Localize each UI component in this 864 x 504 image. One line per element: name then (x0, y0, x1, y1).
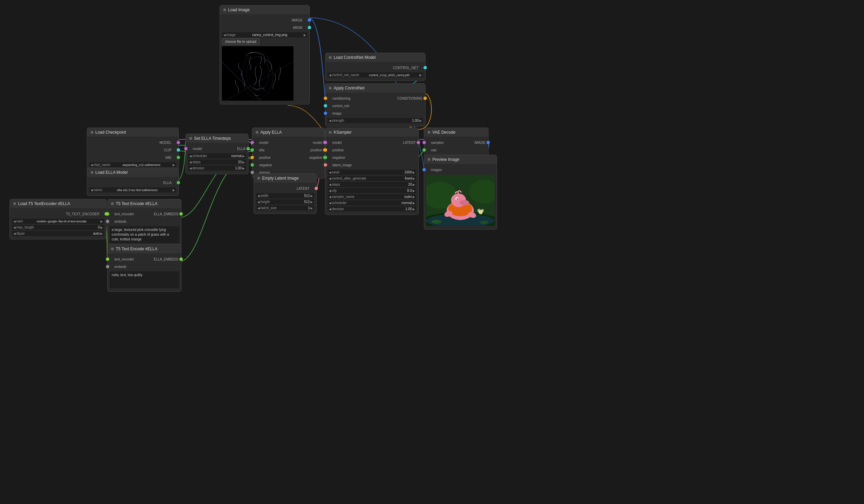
field-left-arrow[interactable]: ◀ (329, 119, 331, 122)
seed-field[interactable]: ◀ seed 1000 ▶ (327, 170, 416, 175)
negative-input-port[interactable] (324, 156, 327, 159)
sigmas-input-port[interactable] (251, 171, 254, 174)
field-right-arrow[interactable]: ▶ (412, 189, 415, 193)
ella-name-field[interactable]: ◀ name ella-sd1.5-tsc-t5xl.safetensors ▶ (89, 187, 176, 193)
field-left-arrow[interactable]: ◀ (329, 195, 331, 199)
vae-output-port[interactable] (177, 156, 180, 159)
field-left-arrow[interactable]: ◀ (329, 207, 331, 211)
choose-file-button[interactable]: choose file to upload (222, 38, 260, 45)
ella-output-port[interactable] (177, 181, 180, 184)
dtype-field[interactable]: ◀ dtype auto ▶ (12, 231, 104, 236)
field-left-arrow[interactable]: ◀ (223, 33, 226, 37)
embeds-port[interactable] (106, 220, 109, 223)
samples-input-port[interactable] (422, 141, 426, 144)
negative-input-port[interactable] (251, 163, 254, 167)
field-right-arrow[interactable]: ▶ (304, 33, 306, 37)
field-left-arrow[interactable]: ◀ (257, 206, 260, 210)
controlnet-name-field[interactable]: ◀ control_net_name control_v11p_sd15_can… (327, 72, 423, 77)
field-left-arrow[interactable]: ◀ (257, 200, 260, 204)
field-left-arrow[interactable]: ◀ (91, 163, 93, 167)
latent-output-port[interactable] (314, 187, 318, 190)
positive-input-port[interactable] (324, 148, 327, 152)
image-input-port[interactable] (324, 112, 327, 115)
conditioning-output-port[interactable] (423, 97, 427, 100)
positive-input-port[interactable] (251, 156, 254, 159)
text-encoder-input-port[interactable] (106, 257, 109, 261)
embeds-port[interactable] (106, 265, 109, 268)
field-right-arrow[interactable]: ▶ (412, 195, 415, 199)
strength-field[interactable]: ◀ strength 1.00 ▶ (327, 118, 423, 123)
field-right-arrow[interactable]: ▶ (412, 171, 415, 174)
nam-field[interactable]: ◀ nam models--google--flan-t5-xl-text-en… (12, 219, 104, 224)
field-left-arrow[interactable]: ◀ (13, 220, 16, 223)
mask-output-port[interactable] (308, 26, 311, 29)
scheduler-field[interactable]: ◀ scheduler normal ▶ (188, 153, 246, 159)
field-right-arrow[interactable]: ▶ (419, 119, 422, 122)
positive-prompt-text[interactable]: a large, textured pink crocodile lying c… (110, 226, 179, 243)
model-input-port[interactable] (184, 147, 188, 150)
model-output-port[interactable] (177, 141, 180, 144)
field-left-arrow[interactable]: ◀ (329, 73, 331, 77)
field-left-arrow[interactable]: ◀ (13, 232, 16, 235)
node-graph-canvas[interactable]: Load Image IMAGE MASK ◀ image canny_cont… (0, 0, 864, 504)
field-right-arrow[interactable]: ▶ (242, 155, 245, 158)
control-after-gen-field[interactable]: ◀ control_after_generate fixed ▶ (327, 176, 416, 181)
field-right-arrow[interactable]: ▶ (100, 220, 103, 223)
field-right-arrow[interactable]: ▶ (412, 183, 415, 186)
field-left-arrow[interactable]: ◀ (13, 226, 16, 229)
steps-field[interactable]: ◀ steps 20 ▶ (188, 160, 246, 164)
field-right-arrow[interactable]: ▶ (311, 206, 313, 210)
controlnet-output-port[interactable] (423, 66, 427, 69)
clip-output-port[interactable] (177, 148, 180, 152)
field-right-arrow[interactable]: ▶ (242, 167, 245, 170)
ella-output-port-ts[interactable] (247, 147, 250, 150)
field-right-arrow[interactable]: ▶ (242, 160, 245, 164)
latent-output-port[interactable] (417, 141, 420, 144)
sampler-name-field[interactable]: ◀ sampler_name euler ▶ (327, 194, 416, 199)
model-input-port[interactable] (251, 141, 254, 144)
scheduler-field[interactable]: ◀ scheduler normal ▶ (327, 200, 416, 206)
field-left-arrow[interactable]: ◀ (329, 189, 331, 193)
field-left-arrow[interactable]: ◀ (189, 167, 192, 170)
field-left-arrow[interactable]: ◀ (189, 155, 192, 158)
model-input-port[interactable] (324, 141, 327, 144)
field-right-arrow[interactable]: ▶ (412, 207, 415, 211)
field-left-arrow[interactable]: ◀ (329, 171, 331, 174)
field-left-arrow[interactable]: ◀ (91, 188, 93, 192)
denoise-field[interactable]: ◀ denoise 1.00 ▶ (327, 206, 416, 211)
field-right-arrow[interactable]: ▶ (172, 188, 175, 192)
batch-size-field[interactable]: ◀ batch_size 1 ▶ (256, 206, 314, 210)
ella-embeds-output-port[interactable] (179, 212, 183, 216)
denoise-field[interactable]: ◀ denoise 1.00 ▶ (188, 165, 246, 171)
control-net-input-port[interactable] (324, 104, 327, 108)
image-field[interactable]: ◀ image canny_control_img.png ▶ (222, 32, 308, 37)
width-field[interactable]: ◀ width 512 ▶ (256, 193, 314, 198)
field-right-arrow[interactable]: ▶ (100, 232, 103, 235)
vae-input-port[interactable] (422, 148, 426, 152)
cfg-field[interactable]: ◀ cfg 8.0 ▶ (327, 188, 416, 193)
image-output-port[interactable] (308, 19, 311, 22)
field-right-arrow[interactable]: ▶ (412, 177, 415, 180)
field-right-arrow[interactable]: ▶ (419, 73, 422, 77)
ella-input-port[interactable] (251, 148, 254, 152)
field-right-arrow[interactable]: ▶ (412, 201, 415, 205)
ella-embeds-output-port[interactable] (179, 257, 183, 261)
field-left-arrow[interactable]: ◀ (329, 201, 331, 205)
field-left-arrow[interactable]: ◀ (257, 194, 260, 198)
image-output-port[interactable] (487, 141, 490, 144)
field-right-arrow[interactable]: ▶ (311, 194, 313, 198)
field-right-arrow[interactable]: ▶ (311, 200, 313, 204)
field-left-arrow[interactable]: ◀ (189, 160, 192, 164)
conditioning-input-port[interactable] (324, 97, 327, 100)
max-length-field[interactable]: ◀ max_length 0 ▶ (12, 225, 104, 230)
height-field[interactable]: ◀ height 512 ▶ (256, 199, 314, 205)
text-encoder-input-port[interactable] (106, 212, 109, 216)
images-input-port[interactable] (422, 168, 426, 171)
steps-field[interactable]: ◀ steps 20 ▶ (327, 182, 416, 187)
field-left-arrow[interactable]: ◀ (329, 177, 331, 180)
field-right-arrow[interactable]: ▶ (172, 163, 175, 167)
ckpt-name-field[interactable]: ◀ ckpt_name awpainting_v12.safetensors ▶ (89, 162, 176, 167)
latent-input-port[interactable] (324, 163, 327, 167)
field-right-arrow[interactable]: ▶ (100, 226, 103, 229)
negative-prompt-text[interactable]: nsfw, text, low quility (110, 271, 179, 288)
